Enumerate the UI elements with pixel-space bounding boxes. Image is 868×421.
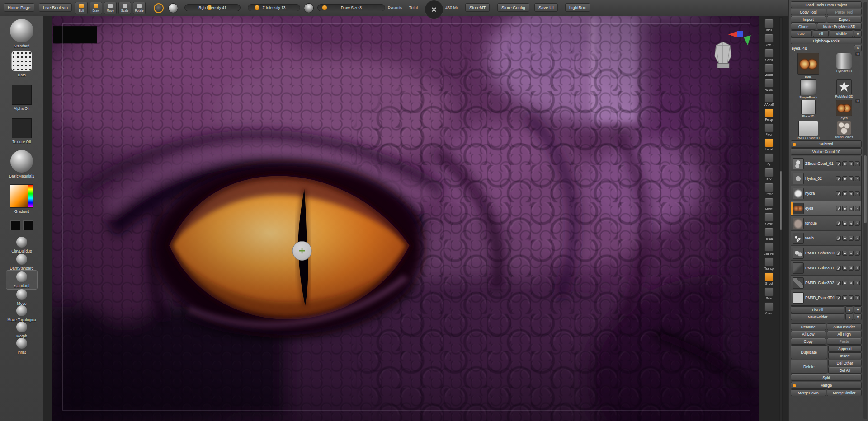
subtool-option-icon[interactable]: [849, 161, 854, 166]
folder-up-button[interactable]: ▲: [845, 313, 853, 320]
subtool-section-header[interactable]: Subtool: [791, 140, 862, 148]
polypaint-icon[interactable]: [836, 266, 841, 271]
brush-morph[interactable]: Morph: [0, 322, 43, 338]
store-config-button[interactable]: Store Config: [497, 3, 529, 12]
subtool-row-hydra02[interactable]: Hydra_02: [791, 171, 861, 186]
subtool-option-icon[interactable]: [849, 206, 854, 211]
rename-button[interactable]: Rename: [791, 323, 826, 330]
load-tools-button[interactable]: Load Tools From Project: [791, 1, 862, 8]
del-other-button[interactable]: Del Other: [828, 360, 862, 366]
rotate-mode-button[interactable]: Rotate: [133, 2, 146, 14]
copy-subtool-button[interactable]: Copy: [791, 338, 826, 345]
tool-thumb-simplebrush[interactable]: SimpleBrush: [791, 79, 826, 99]
export-button[interactable]: Export: [827, 16, 862, 23]
move-mode-button[interactable]: Move: [104, 2, 117, 14]
polypaint-icon[interactable]: [836, 281, 841, 285]
primary-color-swatch[interactable]: [10, 220, 20, 230]
home-page-button[interactable]: Home Page: [4, 3, 34, 12]
polypaint-icon[interactable]: [836, 221, 841, 226]
alpha-off[interactable]: Alpha Off: [0, 85, 43, 111]
brush-inflat[interactable]: Inflat: [0, 338, 43, 355]
visibility-eye-icon[interactable]: [842, 251, 847, 256]
all-low-button[interactable]: All Low: [791, 331, 826, 337]
polypaint-icon[interactable]: [836, 176, 841, 181]
rgb-intensity-slider[interactable]: Rgb Intensity 41: [184, 4, 241, 11]
del-all-button[interactable]: Del All: [828, 367, 862, 374]
visible-count-button[interactable]: Visible Count 10: [791, 148, 862, 155]
merge-similar-button[interactable]: MergeSimilar: [827, 389, 862, 396]
list-all-button[interactable]: List All: [791, 306, 844, 313]
subtool-option2-icon[interactable]: [855, 295, 860, 300]
duplicate-button[interactable]: Duplicate: [791, 345, 827, 359]
tool-thumb-polymesh3d[interactable]: PolyMesh3D: [827, 79, 862, 99]
autoreorder-button[interactable]: AutoReorder: [827, 323, 862, 330]
material-sphere-icon[interactable]: [168, 3, 178, 13]
subtool-option2-icon[interactable]: [855, 221, 860, 226]
shelf-xpose-button[interactable]: Xpose: [761, 302, 777, 315]
shelf-solo-button[interactable]: Solo: [761, 287, 777, 300]
folder-down-button[interactable]: ▼: [854, 313, 862, 320]
subtool-option-icon[interactable]: [849, 176, 854, 181]
brush-move-topological[interactable]: Move Topologica: [0, 305, 43, 322]
split-button[interactable]: Split: [791, 374, 862, 381]
copy-tool-button[interactable]: Copy Tool: [791, 9, 826, 15]
shelf-actual-button[interactable]: Actual: [761, 79, 777, 91]
visibility-eye-icon[interactable]: [842, 266, 847, 271]
shelf-ghost-button[interactable]: Ghost: [761, 272, 777, 285]
all-high-button[interactable]: All High: [827, 331, 862, 337]
subtool-up-button[interactable]: ▲: [845, 306, 853, 313]
visibility-eye-icon[interactable]: [842, 236, 847, 241]
shelf-zoom-button[interactable]: Zoom: [761, 64, 777, 76]
tool-thumb-roundscales[interactable]: roundScales: [827, 121, 862, 140]
stroke-type-icon[interactable]: [154, 3, 164, 13]
polypaint-icon[interactable]: [836, 236, 841, 241]
tool-thumb-plane3d[interactable]: Plane3D: [791, 100, 826, 120]
visible-button[interactable]: Visible: [830, 30, 853, 37]
tool-thumb-eyes[interactable]: eyes: [791, 53, 826, 78]
shelf-local-button[interactable]: Local: [761, 138, 777, 151]
lightbox-button[interactable]: LightBox: [565, 3, 590, 12]
subtool-row-eyes[interactable]: eyes: [791, 201, 861, 216]
tool-thumb-cylinder3d[interactable]: 11 Cylinder3D: [827, 53, 862, 78]
shelf-transp-button[interactable]: Transp: [761, 257, 777, 270]
brush-damstandard[interactable]: DamStandard: [0, 254, 43, 271]
subtool-row-pm3d-cube2[interactable]: PM3D_Cube3D2_13: [791, 276, 861, 290]
delete-button[interactable]: Delete: [791, 360, 827, 374]
shelf-persp-button[interactable]: Persp: [761, 108, 777, 121]
subtool-down-button[interactable]: ▼: [854, 306, 862, 313]
subtool-option2-icon[interactable]: [855, 251, 860, 256]
texture-off[interactable]: Texture Off: [0, 118, 43, 144]
visibility-eye-icon[interactable]: [842, 191, 847, 196]
canvas-scrollbar[interactable]: [779, 17, 783, 421]
subtool-option-icon[interactable]: [849, 295, 854, 300]
shelf-aahalf-button[interactable]: AAHalf: [761, 94, 777, 106]
subtool-row-pm3d-plane[interactable]: PM3D_Plane3D1: [791, 290, 861, 305]
visibility-eye-icon[interactable]: [842, 206, 847, 211]
brush-claybuildup[interactable]: ClayBuildup: [0, 237, 43, 253]
color-swatches[interactable]: [0, 220, 43, 230]
visibility-eye-icon[interactable]: [842, 161, 847, 166]
secondary-color-swatch[interactable]: [23, 220, 33, 230]
store-mt-button[interactable]: StoreMT: [465, 3, 490, 12]
draw-mode-button[interactable]: Draw: [90, 2, 102, 14]
shelf-scroll-button[interactable]: Scroll: [761, 49, 777, 61]
subtool-option2-icon[interactable]: [855, 191, 860, 196]
shelf-linefill-button[interactable]: Line Fill: [761, 243, 777, 255]
shelf-move-button[interactable]: Move: [761, 198, 777, 210]
shelf-floor-button[interactable]: Floor: [761, 123, 777, 136]
visibility-eye-icon[interactable]: [842, 281, 847, 285]
subtool-option2-icon[interactable]: [855, 176, 860, 181]
paste-tool-button[interactable]: Paste Tool: [827, 9, 862, 15]
draw-size-handle[interactable]: [322, 5, 327, 10]
subtool-row-tongue[interactable]: tongue: [791, 216, 861, 231]
tray-scrollbar[interactable]: [863, 2, 867, 419]
tray-scrollbar-handle[interactable]: [864, 155, 867, 223]
subtool-option2-icon[interactable]: [855, 206, 860, 211]
subtool-option2-icon[interactable]: [855, 236, 860, 241]
subtool-row-hydra[interactable]: hydra: [791, 186, 861, 201]
color-gradient-picker[interactable]: Gradient: [0, 184, 43, 214]
shelf-scale-button[interactable]: Scale: [761, 213, 777, 225]
clone-button[interactable]: Clone: [791, 23, 816, 30]
live-boolean-button[interactable]: Live Boolean: [39, 3, 72, 12]
subtool-row-pm3d-sphere[interactable]: PM3D_Sphere3D1: [791, 246, 861, 261]
